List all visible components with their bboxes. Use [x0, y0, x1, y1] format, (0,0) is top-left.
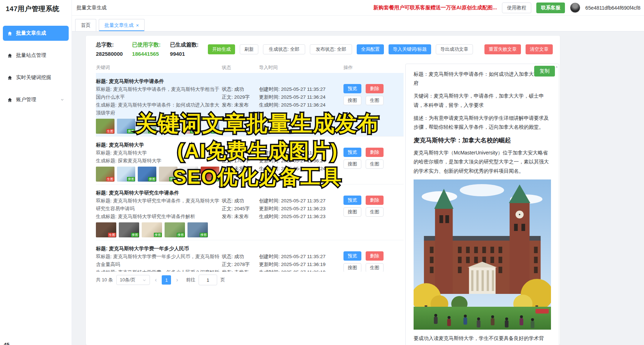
generated-time: 生成时间: 2025-05-27 11:36:24	[259, 165, 343, 173]
delete-button[interactable]: 删除	[366, 84, 384, 93]
row-double-title: 双标题: 麦克马斯特大学申请条件，麦克马斯特大学相当于国内什么水平	[96, 85, 222, 101]
search-image-button[interactable]: 搜图	[343, 159, 361, 169]
article-thumbnail[interactable]: 生图	[96, 222, 116, 237]
article-thumbnail[interactable]: 搜图	[117, 119, 136, 134]
publish-line: 发布: 未发布	[222, 268, 259, 272]
table-row[interactable]: 标题: 麦克马斯特大学申请条件双标题: 麦克马斯特大学申请条件，麦克马斯特大学相…	[96, 73, 404, 137]
preview-button[interactable]: 预览	[343, 196, 361, 205]
contact-support-button[interactable]: 联系客服	[536, 3, 565, 13]
home-icon	[7, 53, 13, 58]
preview-button[interactable]: 预览	[343, 251, 361, 261]
page-size-select[interactable]: 10条/页	[116, 275, 150, 285]
pagination-total: 共 10 条	[96, 277, 113, 283]
article-thumbnail[interactable]: 搜图	[138, 119, 156, 134]
article-thumbnail[interactable]: 搜图	[201, 119, 219, 134]
article-preview-panel: ▲ 复制 标题：麦克马斯特大学申请条件：如何成功进入加拿大顶级学府 关键词：麦克…	[405, 64, 559, 345]
tab-batch-article[interactable]: 批量文章生成 ×	[99, 19, 145, 31]
article-thumbnail[interactable]: 搜图	[187, 222, 208, 237]
generate-image-button[interactable]: 生图	[366, 96, 384, 105]
article-thumbnail[interactable]: 生图	[96, 119, 114, 134]
article-thumbnail[interactable]: 搜图	[138, 167, 156, 182]
tab-home[interactable]: 首页	[75, 19, 96, 31]
tutorial-button[interactable]: 使用教程	[502, 3, 531, 13]
header-right-group: 新购套餐用户可联系客服赠送一万张AI原创生成配图... 使用教程 联系客服 65…	[374, 3, 640, 13]
search-image-badge: 搜图	[127, 177, 135, 181]
search-image-button[interactable]: 搜图	[343, 207, 361, 217]
updated-time: 更新时间: 2025-05-27 11:36:19	[259, 261, 343, 268]
table-row[interactable]: 标题: 麦克马斯特大学双标题: 麦克马斯特大学生成标题: 探索麦克马斯特大学生图…	[96, 137, 404, 184]
generate-image-button[interactable]: 生图	[366, 263, 384, 272]
row-generated-title: 生成标题: 麦克马斯特大学研究生申请条件解析	[96, 213, 222, 221]
prev-page-button[interactable]: ‹	[153, 276, 159, 284]
sidebar-footer-partial: 45	[4, 341, 10, 345]
export-success-button[interactable]: 导出成功文章	[436, 44, 473, 54]
global-config-button[interactable]: 全局配置	[357, 44, 384, 54]
sidebar: 147用户管理系统 批量文章生成批量站点管理实时关键词挖掘账户管理 45	[0, 0, 72, 345]
scrollbar-up-arrow-icon[interactable]: ▲	[555, 65, 558, 68]
sidebar-item-label: 实时关键词挖掘	[16, 74, 51, 81]
article-thumbnail[interactable]: 搜图	[201, 167, 219, 182]
table-row[interactable]: 标题: 麦克马斯特大学研究生申请条件双标题: 麦克马斯特大学研究生申请条件，麦克…	[96, 184, 404, 240]
generate-image-button[interactable]: 生图	[366, 207, 384, 217]
actions-cell: 预览删除搜图生图	[343, 77, 397, 134]
article-thumbnail[interactable]: 搜图	[165, 222, 185, 237]
promo-notice[interactable]: 新购套餐用户可联系客服赠送一万张AI原创生成配图...	[374, 4, 497, 11]
stat-used-words: 已使用字数: 186441565	[132, 41, 161, 57]
search-image-button[interactable]: 搜图	[343, 263, 361, 272]
article-thumbnail[interactable]: 搜图	[119, 222, 139, 237]
publish-status-select[interactable]: 发布状态: 全部	[310, 44, 352, 54]
status-line: 状态: 成功	[222, 149, 259, 157]
created-time: 创建时间: 2025-05-27 11:35:27	[259, 253, 343, 261]
start-generate-button[interactable]: 开始生成	[208, 44, 235, 54]
copy-button[interactable]: 复制	[534, 66, 555, 77]
delete-button[interactable]: 删除	[366, 251, 384, 261]
article-thumbnail[interactable]: 搜图	[180, 119, 199, 134]
keyword-cell: 标题: 麦克马斯特大学双标题: 麦克马斯特大学生成标题: 探索麦克马斯特大学生图…	[96, 141, 222, 182]
refresh-button[interactable]: 刷新	[240, 44, 258, 54]
page-number-current[interactable]: 1	[162, 275, 171, 285]
search-image-button[interactable]: 搜图	[343, 96, 361, 105]
search-image-badge: 搜图	[131, 233, 139, 237]
preview-paragraph: 麦克马斯特大学（McMasterUniversity）位于加拿大安大略省的哈密尔…	[414, 148, 551, 176]
close-icon[interactable]: ×	[136, 23, 139, 28]
time-cell: 创建时间: 2025-05-27 11:35:27更新时间: 2025-05-2…	[259, 244, 343, 272]
thumbnail-strip: 生图搜图搜图搜图搜图搜图	[96, 167, 222, 182]
action-row: 预览删除	[343, 148, 397, 157]
delete-button[interactable]: 删除	[366, 196, 384, 205]
delete-button[interactable]: 删除	[366, 148, 384, 157]
import-keywords-button[interactable]: 导入关键词/标题	[389, 44, 431, 54]
keyword-cell: 标题: 麦克马斯特大学学费一年多少人民币双标题: 麦克马斯特大学学费一年多少人民…	[96, 244, 222, 272]
table-row[interactable]: 标题: 麦克马斯特大学学费一年多少人民币双标题: 麦克马斯特大学学费一年多少人民…	[96, 240, 404, 272]
words-line: 正文: 1708字	[222, 157, 259, 165]
page-jump-input[interactable]	[199, 275, 217, 285]
sidebar-item-2[interactable]: 实时关键词挖掘	[3, 70, 69, 85]
home-icon	[7, 75, 13, 80]
preview-button[interactable]: 预览	[343, 84, 361, 93]
article-thumbnail[interactable]: 搜图	[159, 119, 177, 134]
avatar[interactable]	[570, 3, 580, 13]
action-row: 搜图生图	[343, 96, 397, 105]
top-header: 批量文章生成 新购套餐用户可联系客服赠送一万张AI原创生成配图... 使用教程 …	[72, 0, 644, 16]
pagination-jump-suffix: 页	[220, 277, 225, 283]
row-title: 标题: 麦克马斯特大学	[96, 141, 222, 149]
next-page-button[interactable]: ›	[174, 276, 180, 284]
reset-failed-button[interactable]: 重置失败文章	[484, 44, 521, 54]
article-thumbnail[interactable]: 搜图	[142, 222, 162, 237]
gen-image-badge: 生图	[108, 233, 116, 237]
gen-image-badge: 生图	[106, 177, 114, 181]
sidebar-item-0[interactable]: 批量文章生成	[3, 26, 69, 41]
generate-image-button[interactable]: 生图	[366, 159, 384, 169]
article-thumbnail[interactable]: 生图	[96, 167, 114, 182]
sidebar-item-3[interactable]: 账户管理	[3, 92, 69, 107]
action-row: 搜图生图	[343, 207, 397, 217]
sidebar-item-1[interactable]: 批量站点管理	[3, 48, 69, 63]
article-thumbnail[interactable]: 搜图	[180, 167, 199, 182]
article-thumbnail[interactable]: 搜图	[159, 167, 177, 182]
generate-status-select[interactable]: 生成状态: 全部	[263, 44, 305, 54]
preview-button[interactable]: 预览	[343, 148, 361, 157]
clear-articles-button[interactable]: 清空文章	[526, 44, 553, 54]
action-row: 预览删除	[343, 196, 397, 205]
updated-time: 更新时间: 2025-05-27 11:36:24	[259, 93, 343, 101]
row-generated-title: 生成标题: 麦克马斯特大学申请条件：如何成功进入加拿大顶级学府	[96, 101, 222, 117]
article-thumbnail[interactable]: 搜图	[117, 167, 136, 182]
